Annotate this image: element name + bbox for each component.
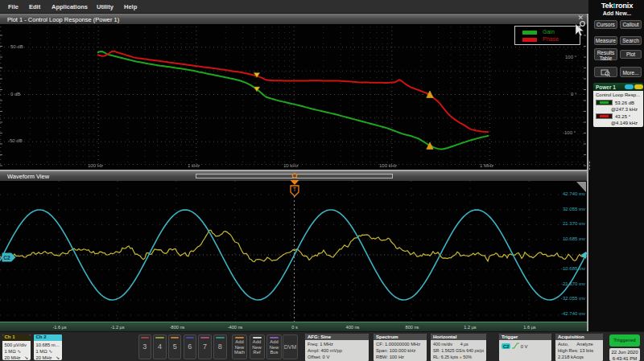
svg-text:C2: C2 — [3, 255, 10, 260]
